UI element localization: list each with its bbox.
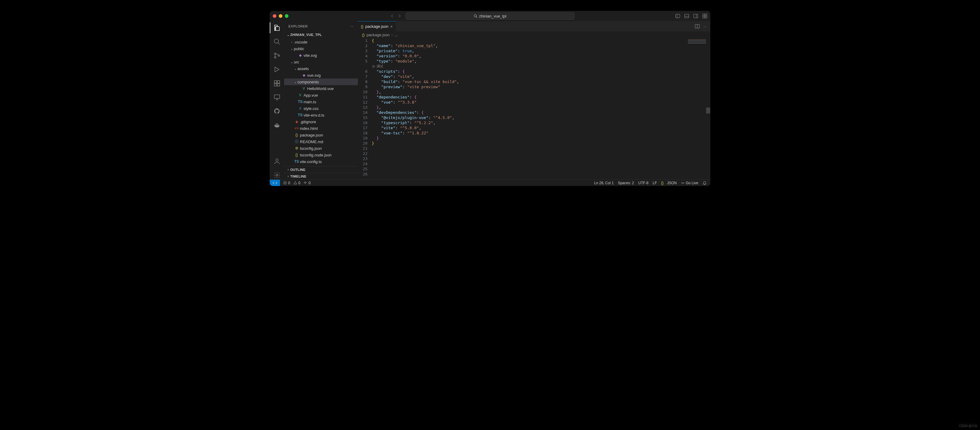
editor-more-icon[interactable]: ··· — [703, 24, 706, 29]
file-tree-item[interactable]: VHelloWorld.vue — [284, 85, 358, 92]
json-file-icon: {} — [362, 33, 365, 37]
file-tree-item[interactable]: TSvite-env.d.ts — [284, 112, 358, 118]
explorer-view-icon[interactable] — [273, 24, 281, 32]
titlebar: zhinian_vue_tpl — [270, 11, 710, 21]
accounts-icon[interactable] — [273, 157, 281, 165]
file-tree-item[interactable]: {}tsconfig.node.json — [284, 152, 358, 158]
indentation-status[interactable]: Spaces: 2 — [618, 181, 634, 185]
file-tree-item[interactable]: ⌄public — [284, 45, 358, 52]
settings-gear-icon[interactable] — [273, 171, 281, 179]
scrollbar-thumb[interactable] — [706, 107, 710, 113]
file-tree-item[interactable]: <>index.html — [284, 125, 358, 132]
file-tree-item[interactable]: ⌄src — [284, 59, 358, 65]
svg-point-25 — [276, 174, 278, 176]
file-tree-item[interactable]: ⚙tsconfig.json — [284, 145, 358, 152]
close-tab-icon[interactable]: × — [390, 24, 393, 29]
split-editor-icon[interactable] — [695, 24, 700, 29]
svg-rect-9 — [705, 14, 707, 16]
encoding-status[interactable]: UTF-8 — [638, 181, 648, 185]
svg-point-12 — [274, 39, 278, 43]
svg-rect-4 — [685, 14, 689, 18]
file-tree-item[interactable]: TSmain.ts — [284, 98, 358, 105]
svg-point-0 — [474, 15, 476, 17]
eol-status[interactable]: LF — [652, 181, 657, 185]
file-tree-item[interactable]: ⌄components — [284, 78, 358, 85]
maximize-window-button[interactable] — [285, 14, 288, 18]
file-tree-item[interactable]: TSvite.config.ts — [284, 158, 358, 165]
code-content[interactable]: { "name": "zhinian_vue_tpl", "private": … — [372, 38, 710, 179]
file-tree-item[interactable]: ⓘREADME.md — [284, 138, 358, 145]
problems-warnings[interactable]: 0 — [293, 181, 301, 185]
line-gutter: 1234567891011121314151617181920212223242… — [358, 38, 372, 179]
nav-back-icon[interactable] — [390, 14, 395, 18]
github-view-icon[interactable] — [273, 107, 281, 115]
tab-label: package.json — [365, 24, 389, 29]
nav-forward-icon[interactable] — [398, 14, 402, 18]
notifications-icon[interactable] — [702, 181, 706, 185]
svg-point-15 — [274, 57, 276, 58]
vscode-window: zhinian_vue_tpl — [270, 11, 710, 186]
file-tree-item[interactable]: #style.css — [284, 105, 358, 112]
debug-codelens[interactable]: 调试 — [372, 64, 710, 69]
editor-body[interactable]: 1234567891011121314151617181920212223242… — [358, 38, 710, 179]
ports-forwarded[interactable]: 0 — [303, 181, 310, 185]
file-tree-item[interactable]: ›.vscode — [284, 38, 358, 45]
customize-layout-icon[interactable] — [702, 14, 707, 18]
toggle-panel-icon[interactable] — [684, 14, 689, 18]
go-live-button[interactable]: Go Live — [681, 181, 698, 185]
cursor-position[interactable]: Ln 28, Col 1 — [594, 181, 614, 185]
file-tree-item[interactable]: {}package.json — [284, 132, 358, 138]
svg-point-31 — [305, 183, 305, 184]
toggle-primary-sidebar-icon[interactable] — [675, 14, 680, 18]
workspace-root[interactable]: ⌄ ZHINIAN_VUE_TPL — [284, 31, 358, 38]
file-tree-item[interactable]: ◈.gitignore — [284, 118, 358, 125]
minimap[interactable] — [688, 39, 706, 69]
search-icon — [474, 14, 477, 18]
activity-bar — [270, 21, 284, 179]
extensions-view-icon[interactable] — [273, 79, 281, 88]
run-debug-view-icon[interactable] — [273, 65, 281, 74]
svg-rect-6 — [694, 14, 698, 18]
timeline-section[interactable]: ›TIMELINE — [284, 173, 358, 179]
remote-indicator[interactable] — [270, 180, 280, 186]
source-control-view-icon[interactable] — [273, 51, 281, 60]
svg-rect-2 — [676, 14, 680, 18]
toggle-secondary-sidebar-icon[interactable] — [694, 14, 698, 18]
tab-package-json[interactable]: {} package.json × — [358, 21, 396, 31]
close-window-button[interactable] — [273, 14, 276, 18]
problems-errors[interactable]: 0 — [283, 181, 290, 185]
file-tree-item[interactable]: ◆vue.svg — [284, 72, 358, 78]
svg-point-32 — [682, 182, 683, 183]
breadcrumb[interactable]: {} package.json › ... — [358, 31, 710, 38]
svg-rect-8 — [703, 14, 705, 16]
explorer-sidebar: EXPLORER ··· ⌄ ZHINIAN_VUE_TPL ›.vscode⌄… — [284, 21, 358, 179]
svg-rect-18 — [277, 81, 280, 83]
editor-area: {} package.json × ··· {} package.json › … — [358, 21, 710, 179]
svg-rect-10 — [703, 16, 705, 18]
svg-line-13 — [278, 43, 280, 45]
svg-rect-17 — [274, 81, 277, 83]
remote-explorer-view-icon[interactable] — [273, 93, 281, 101]
svg-point-24 — [276, 159, 278, 161]
language-mode[interactable]: {} JSON — [661, 181, 676, 185]
explorer-title: EXPLORER — [288, 24, 308, 28]
editor-tabs: {} package.json × ··· — [358, 21, 710, 31]
outline-section[interactable]: ›OUTLINE — [284, 166, 358, 173]
docker-view-icon[interactable] — [273, 121, 281, 129]
file-tree-item[interactable]: ⌄assets — [284, 65, 358, 72]
svg-rect-11 — [705, 16, 707, 18]
window-controls — [273, 14, 288, 18]
search-view-icon[interactable] — [273, 37, 281, 46]
svg-rect-20 — [277, 84, 280, 86]
file-tree-item[interactable]: ◆vite.svg — [284, 52, 358, 59]
status-bar: 0 0 0 Ln 28, Col 1 Spaces: 2 UTF-8 LF {}… — [270, 179, 710, 186]
svg-line-1 — [476, 17, 477, 18]
svg-rect-21 — [274, 95, 280, 98]
command-center-text: zhinian_vue_tpl — [479, 14, 506, 18]
explorer-more-icon[interactable]: ··· — [350, 24, 354, 28]
minimize-window-button[interactable] — [279, 14, 282, 18]
command-center[interactable]: zhinian_vue_tpl — [406, 13, 574, 20]
svg-point-14 — [274, 53, 276, 55]
json-file-icon: {} — [361, 24, 364, 29]
file-tree-item[interactable]: VApp.vue — [284, 92, 358, 98]
